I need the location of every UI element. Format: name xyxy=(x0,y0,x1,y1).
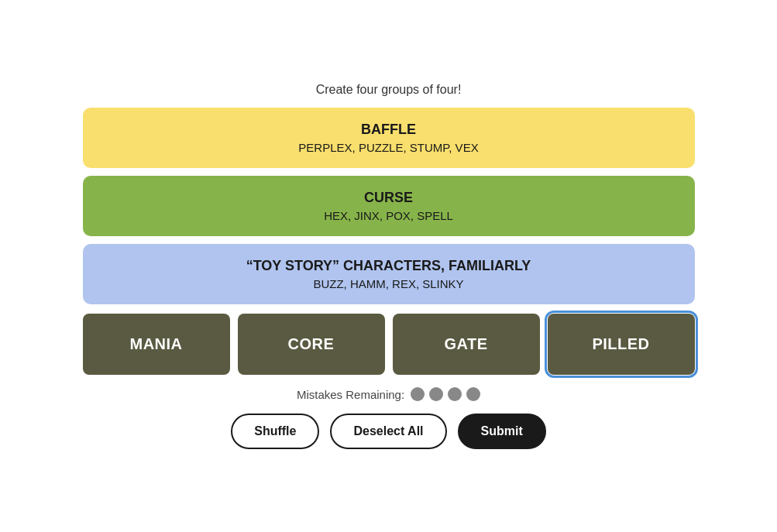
mistakes-label: Mistakes Remaining: xyxy=(297,388,404,401)
mistake-dot xyxy=(466,387,480,401)
buttons-row: Shuffle Deselect All Submit xyxy=(231,414,546,449)
category-title-curse: CURSE xyxy=(364,190,413,206)
mistake-dot xyxy=(429,387,443,401)
category-words-baffle: PERPLEX, PUZZLE, STUMP, VEX xyxy=(298,141,478,154)
submit-button[interactable]: Submit xyxy=(458,414,546,449)
word-tile-mania[interactable]: MANIA xyxy=(83,314,230,375)
category-card-baffle: BAFFLEPERPLEX, PUZZLE, STUMP, VEX xyxy=(83,108,695,168)
category-title-toy-story: “TOY STORY” CHARACTERS, FAMILIARLY xyxy=(246,258,531,274)
instruction-text: Create four groups of four! xyxy=(316,83,462,97)
deselect-all-button[interactable]: Deselect All xyxy=(330,414,446,449)
category-card-curse: CURSEHEX, JINX, POX, SPELL xyxy=(83,176,695,236)
categories-container: BAFFLEPERPLEX, PUZZLE, STUMP, VEXCURSEHE… xyxy=(83,108,695,304)
mistake-dot xyxy=(448,387,462,401)
word-tiles-grid: MANIACOREGATEPILLED xyxy=(83,314,695,375)
word-tile-gate[interactable]: GATE xyxy=(393,314,540,375)
shuffle-button[interactable]: Shuffle xyxy=(231,414,319,449)
word-tile-pilled[interactable]: PILLED xyxy=(548,314,695,375)
game-container: Create four groups of four! BAFFLEPERPLE… xyxy=(83,83,695,449)
category-words-curse: HEX, JINX, POX, SPELL xyxy=(324,209,453,222)
word-tile-core[interactable]: CORE xyxy=(238,314,385,375)
mistake-dot xyxy=(411,387,425,401)
mistakes-row: Mistakes Remaining: xyxy=(297,387,480,401)
category-title-baffle: BAFFLE xyxy=(361,122,416,138)
category-card-toy-story: “TOY STORY” CHARACTERS, FAMILIARLYBUZZ, … xyxy=(83,244,695,304)
category-words-toy-story: BUZZ, HAMM, REX, SLINKY xyxy=(313,277,463,290)
mistakes-dots xyxy=(411,387,480,401)
